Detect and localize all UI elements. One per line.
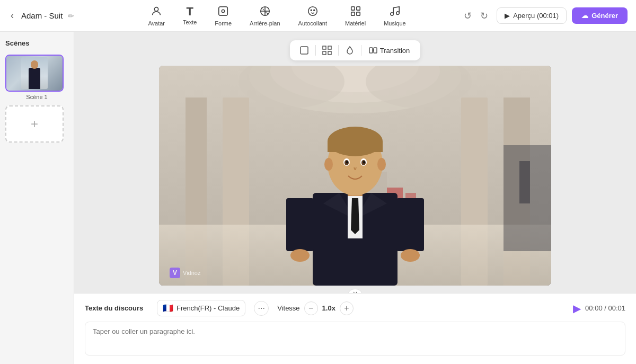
speech-textarea[interactable]	[85, 322, 625, 356]
canvas-area: Transition	[74, 32, 636, 293]
musique-label: Musique	[384, 20, 406, 26]
avatar-label: Avatar	[148, 20, 165, 26]
redo-button[interactable]: ↻	[477, 8, 491, 24]
svg-rect-16	[323, 46, 326, 49]
svg-point-53	[346, 161, 348, 164]
main-toolbar: ‹ Adam - Suit ✏ Avatar T Texte Forme	[0, 0, 636, 32]
video-canvas: V Vidnoz	[159, 66, 551, 286]
preview-play-icon: ▶	[505, 12, 510, 20]
texte-label: Texte	[183, 19, 197, 25]
svg-point-0	[155, 7, 158, 11]
musique-icon	[389, 5, 401, 19]
texte-icon: T	[186, 6, 193, 17]
tool-musique[interactable]: Musique	[376, 2, 413, 30]
voice-name: French(FR) - Claude	[176, 304, 240, 312]
drop-tool-button[interactable]	[342, 43, 358, 57]
scene-1-thumbnail[interactable]	[5, 55, 64, 92]
svg-rect-21	[374, 48, 377, 53]
svg-point-8	[314, 10, 315, 11]
autocollant-label: Autocollant	[298, 20, 327, 26]
back-button[interactable]: ‹	[8, 8, 16, 23]
tool-materiel[interactable]: Matériel	[338, 2, 373, 30]
svg-rect-15	[301, 47, 308, 54]
speech-header: Texte du discours 🇫🇷 French(FR) - Claude…	[85, 300, 625, 316]
scenes-label: Scènes	[5, 39, 68, 47]
speed-increase-button[interactable]: +	[340, 301, 354, 315]
watermark-text: Vidnoz	[183, 270, 200, 276]
generate-button[interactable]: ☁ Générer	[572, 7, 628, 24]
square-tool-button[interactable]	[296, 43, 312, 57]
svg-marker-44	[351, 198, 359, 234]
watermark: V Vidnoz	[170, 268, 200, 278]
arriere-plan-icon	[259, 5, 271, 19]
svg-rect-20	[369, 48, 373, 53]
play-button[interactable]: ▶	[573, 302, 581, 315]
speed-value: 1.0x	[322, 304, 335, 312]
speed-decrease-icon: −	[308, 304, 313, 313]
add-scene-icon: +	[31, 117, 38, 131]
voice-more-button[interactable]: ···	[254, 301, 269, 316]
svg-rect-9	[351, 6, 354, 10]
tool-texte[interactable]: T Texte	[175, 3, 204, 29]
generate-label: Générer	[591, 12, 618, 20]
svg-rect-19	[328, 51, 331, 55]
undo-button[interactable]: ↺	[461, 8, 475, 24]
svg-point-56	[377, 158, 386, 171]
svg-point-60	[401, 249, 420, 262]
bottom-panel: Texte du discours 🇫🇷 French(FR) - Claude…	[74, 293, 636, 364]
svg-point-54	[363, 161, 365, 164]
play-icon: ▶	[573, 303, 581, 314]
svg-point-7	[311, 10, 312, 11]
svg-rect-18	[323, 51, 326, 55]
speed-decrease-button[interactable]: −	[304, 301, 318, 315]
svg-point-14	[396, 11, 400, 14]
voice-selector[interactable]: 🇫🇷 French(FR) - Claude	[157, 300, 245, 316]
scene-1-container: Scène 1	[5, 55, 68, 100]
tool-avatar[interactable]: Avatar	[140, 2, 172, 30]
forme-icon	[217, 5, 229, 19]
undo-redo-group: ↺ ↻	[461, 8, 491, 24]
svg-rect-11	[351, 12, 354, 15]
toolbar-divider-1	[315, 45, 316, 56]
collapse-button[interactable]: ∨	[348, 289, 362, 293]
toolbar-tools: Avatar T Texte Forme Arrière-plan	[93, 2, 461, 30]
add-scene-button[interactable]: +	[5, 105, 64, 143]
tool-autocollant[interactable]: Autocollant	[291, 2, 334, 30]
watermark-logo: V	[170, 268, 180, 278]
playback-control: ▶ 00:00 / 00:01	[573, 302, 625, 315]
scene-1-preview	[6, 56, 63, 91]
toolbar-right: ↺ ↻ ▶ Aperçu (00:01) ☁ Générer	[461, 7, 628, 24]
more-icon: ···	[258, 304, 265, 313]
svg-rect-58	[396, 198, 424, 251]
svg-point-59	[290, 249, 310, 262]
svg-rect-17	[328, 46, 331, 49]
project-name: Adam - Suit	[21, 11, 63, 20]
svg-rect-39	[519, 161, 530, 203]
grid-tool-button[interactable]	[319, 43, 335, 57]
arriere-plan-label: Arrière-plan	[250, 20, 280, 26]
svg-rect-2	[219, 6, 228, 15]
speed-control: Vitesse − 1.0x +	[277, 301, 354, 315]
tool-arriere-plan[interactable]: Arrière-plan	[242, 2, 287, 30]
autocollant-icon	[307, 5, 319, 19]
toolbar-divider-3	[361, 45, 361, 56]
preview-button[interactable]: ▶ Aperçu (00:01)	[497, 7, 567, 24]
edit-project-icon[interactable]: ✏	[68, 12, 74, 20]
sidebar: Scènes Scène 1 +	[0, 32, 74, 364]
speed-label: Vitesse	[277, 304, 299, 312]
main-content: Scènes Scène 1 +	[0, 32, 636, 364]
svg-point-13	[391, 12, 394, 15]
materiel-icon	[350, 5, 361, 19]
svg-point-55	[324, 158, 333, 171]
transition-button[interactable]: Transition	[365, 44, 414, 57]
svg-point-1	[222, 10, 225, 13]
tool-forme[interactable]: Forme	[207, 2, 239, 30]
transition-label: Transition	[380, 47, 410, 55]
voice-flag: 🇫🇷	[163, 303, 173, 313]
svg-rect-48	[328, 141, 383, 152]
scene-1-label: Scène 1	[5, 94, 68, 100]
canvas-toolbar: Transition	[290, 40, 421, 60]
canvas-background	[159, 66, 551, 286]
speech-label: Texte du discours	[85, 304, 148, 312]
avatar-icon	[151, 5, 162, 19]
